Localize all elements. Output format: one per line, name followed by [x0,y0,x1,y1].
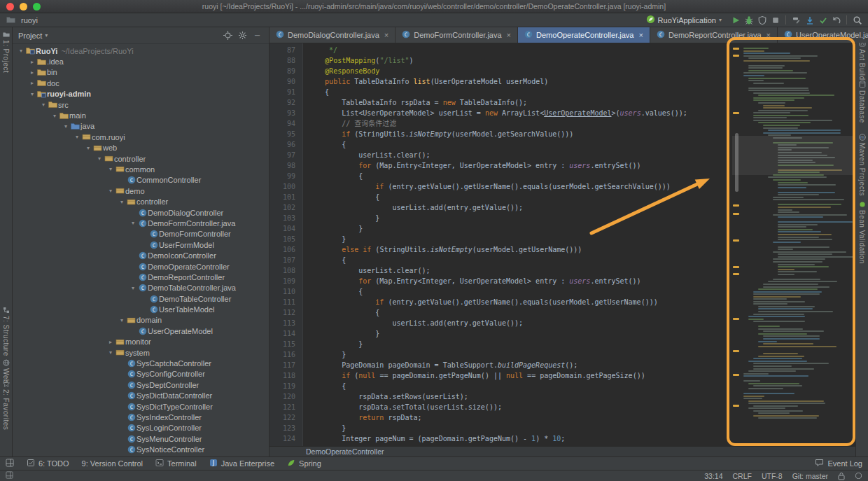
chevron-down-icon[interactable]: ▾ [129,285,137,291]
bottom-bar-item-6-todo[interactable]: 6: TODO [27,459,69,468]
chevron-right-icon[interactable]: ▸ [28,59,36,65]
status-widget-crlf[interactable]: CRLF [732,472,751,480]
revert-icon[interactable] [830,14,843,27]
tree-item-common[interactable]: ▾common [13,164,269,174]
tree-item-sysmenucontroller[interactable]: CSysMenuController [13,433,269,444]
toolbar-project-label[interactable]: ruoyi [21,16,38,25]
tab-demooperatecontroller-java[interactable]: CDemoOperateController.java× [518,27,650,43]
tree-item-java[interactable]: ▾java [13,121,269,132]
tab-demoformcontroller-java[interactable]: CDemoFormController.java× [396,27,518,43]
settings-gear-icon[interactable] [237,30,248,41]
tree-item-monitor[interactable]: ▸monitor [13,337,269,347]
code-minimap[interactable] [732,45,853,441]
chevron-down-icon[interactable]: ▾ [39,102,48,108]
chevron-down-icon[interactable]: ▾ [17,48,25,54]
tree-item-sysdictdatacontroller[interactable]: CSysDictDataController [13,391,269,401]
tab-useroperatemodel-java[interactable]: CUserOperateModel.java× [778,27,868,43]
bottom-bar-item-java-enterprise[interactable]: JJava Enterprise [209,459,274,468]
tree-item-bin[interactable]: ▸bin [13,67,269,78]
bottom-bar-item-terminal[interactable]: Terminal [155,459,197,468]
tree-item-demoreportcontroller[interactable]: CDemoReportController [13,272,269,282]
tree-item-commoncontroller[interactable]: CCommonController [13,175,269,186]
tree-item-demotablecontroller-java[interactable]: ▾CDemoTableController.java [13,283,269,293]
tree-item-sysnoticecontroller[interactable]: CSysNoticeController [13,444,269,454]
tab-demoreportcontroller-java[interactable]: CDemoReportController.java× [650,27,778,43]
tree-item-com-ruoyi[interactable]: ▾com.ruoyi [13,132,269,142]
tree-item-web[interactable]: ▾web [13,143,269,153]
tree-item-ruoyi[interactable]: ▾RuoYi ~/IdeaProjects/RuoYi [13,46,269,56]
close-tab-icon[interactable]: × [638,31,643,39]
chevron-down-icon[interactable]: ▾ [118,317,126,323]
chevron-down-icon[interactable]: ▾ [129,220,137,226]
tree-item-syscaptchacontroller[interactable]: CSysCaptchaController [13,358,269,368]
close-tab-icon[interactable]: × [766,31,771,39]
editor-body[interactable]: 8788899091929394959697989910010110210310… [270,43,855,446]
bottom-bar-item-event-log[interactable]: Event Log [815,459,862,468]
stripe-tab-2-favorites[interactable]: 2: Favorites [0,380,12,433]
tree-item-sysdeptcontroller[interactable]: CSysDeptController [13,379,269,390]
chevron-down-icon[interactable]: ▾ [118,199,126,205]
tree-item-syslogincontroller[interactable]: CSysLoginController [13,423,269,433]
editor-scrollbar[interactable] [735,133,738,192]
chevron-right-icon[interactable]: ▸ [28,69,36,76]
tree-item-userformmodel[interactable]: CUserFormModel [13,239,269,250]
maximize-window-button[interactable] [33,3,41,11]
run-icon[interactable] [729,14,742,27]
stop-icon[interactable] [769,14,782,27]
tool-windows-icon[interactable] [6,459,14,468]
project-panel-title[interactable]: Project [18,32,42,40]
chevron-down-icon[interactable]: ▾ [73,134,81,140]
status-bar-left-icon[interactable] [6,471,13,480]
vcs-commit-icon[interactable] [816,14,830,27]
chevron-down-icon[interactable]: ▾ [50,113,59,119]
bottom-bar-item-spring[interactable]: Spring [287,459,321,468]
close-tab-icon[interactable]: × [384,31,388,39]
stripe-tab-1-project[interactable]: 1: Project [0,32,12,76]
tree-item-demoiconcontroller[interactable]: CDemoIconController [13,250,269,260]
coverage-icon[interactable] [755,14,769,27]
stripe-tab-database[interactable]: Database [856,81,868,126]
chevron-down-icon[interactable]: ▾ [84,145,92,151]
close-window-button[interactable] [6,3,14,11]
tree-item-src[interactable]: ▾src [13,99,269,110]
stripe-tab-maven-projects[interactable]: mMaven Projects [856,134,868,199]
chevron-right-icon[interactable]: ▸ [28,80,36,86]
chevron-down-icon[interactable]: ▾ [95,155,104,162]
minimize-window-button[interactable] [20,3,27,11]
close-tab-icon[interactable]: × [507,31,511,39]
status-widget-git-master[interactable]: Git: master [792,472,828,480]
chevron-down-icon[interactable]: ▾ [28,91,36,97]
locate-icon[interactable] [222,30,234,41]
tree-item-sysindexcontroller[interactable]: CSysIndexController [13,412,269,422]
tree-item-demoformcontroller-java[interactable]: ▾CDemoFormController.java [13,218,269,228]
tree-item-ruoyi-admin[interactable]: ▾ruoyi-admin [13,89,269,99]
tree-item-controller[interactable]: ▾controller [13,196,269,207]
tree-item-main[interactable]: ▾main [13,110,269,120]
tree-item-sysconfigcontroller[interactable]: CSysConfigController [13,369,269,379]
tree-item-domain[interactable]: ▾domain [13,315,269,326]
breadcrumb-item[interactable]: DemoOperateController [306,447,384,456]
chevron-down-icon[interactable]: ▾ [62,123,70,130]
stripe-tab-bean-validation[interactable]: Bean Validation [856,201,868,267]
vcs-update-icon[interactable] [803,14,816,27]
search-everywhere-icon[interactable] [850,14,864,27]
stripe-tab-7-structure[interactable]: 7: Structure [0,307,12,359]
minimap-viewport[interactable] [732,136,853,175]
lock-icon[interactable] [838,472,845,480]
tree-item-sysdicttypecontroller[interactable]: CSysDictTypeController [13,401,269,412]
chevron-down-icon[interactable]: ▾ [106,188,115,194]
tree-item-doc[interactable]: ▸doc [13,78,269,88]
tree-item-useroperatemodel[interactable]: CUserOperateModel [13,326,269,336]
tab-demodialogcontroller-java[interactable]: CDemoDialogController.java× [270,27,396,43]
run-configuration-select[interactable]: RuoYiApplication ▾ [646,15,722,25]
stripe-tab-ant-build[interactable]: Ant Build [856,40,868,83]
chevron-down-icon[interactable]: ▾ [45,32,48,39]
chevron-down-icon[interactable]: ▾ [106,166,115,172]
build-icon[interactable] [790,14,803,27]
tree-item-usertablemodel[interactable]: CUserTableModel [13,304,269,314]
tree-item-demooperatecontroller[interactable]: CDemoOperateController [13,261,269,272]
tree-item-idea[interactable]: ▸.idea [13,56,269,67]
status-widget-utf-8[interactable]: UTF-8 [762,472,783,480]
tree-item-system[interactable]: ▾system [13,347,269,358]
indicator-icon[interactable] [855,472,862,480]
